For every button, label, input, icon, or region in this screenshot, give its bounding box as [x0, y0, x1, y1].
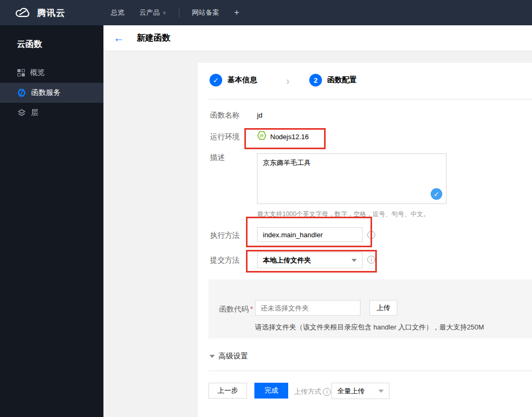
upload-mode-info-icon[interactable]: i	[323, 388, 331, 396]
chevron-down-icon: ∨	[163, 10, 166, 15]
function-code-label: 函数代码*	[219, 305, 253, 314]
description-textarea[interactable]: 京东薅羊毛工具 ✓	[257, 153, 446, 204]
sidebar: 云函数 概览 函数服务 层	[0, 25, 103, 417]
grid-icon	[17, 69, 25, 76]
screen: 腾讯云 总览 云产品 ∨ 网站备案 + 云函数 概览 函数服务	[0, 0, 532, 417]
function-code-label-text: 函数代码	[219, 305, 249, 313]
chevron-down-icon	[378, 390, 384, 393]
function-name-value: jd	[257, 111, 262, 119]
create-function-card: ✓ 基本信息 › 2 函数配置 函数名称 jd 运行环境 js Nodejs12…	[198, 63, 532, 417]
step2-number: 2	[309, 74, 322, 86]
step2-label: 函数配置	[327, 75, 357, 85]
upload-mode-select[interactable]: 全量上传	[331, 383, 390, 399]
function-name-label: 函数名称	[210, 111, 240, 120]
previous-step-button[interactable]: 上一步	[208, 383, 247, 399]
brand[interactable]: 腾讯云	[0, 6, 103, 19]
description-label: 描述	[210, 153, 225, 162]
sidebar-item-label: 层	[31, 108, 39, 118]
sidebar-title: 云函数	[0, 25, 103, 63]
page-header: ← 新建函数	[103, 25, 532, 51]
handler-label: 执行方法	[210, 231, 240, 240]
page-title: 新建函数	[137, 33, 170, 44]
step1-check-icon: ✓	[210, 74, 222, 86]
valid-check-icon: ✓	[431, 188, 442, 200]
sidebar-item-function-service[interactable]: 函数服务	[0, 83, 103, 103]
handler-input[interactable]	[257, 227, 363, 242]
advanced-settings-label: 高级设置	[218, 352, 248, 361]
sidebar-item-label: 函数服务	[31, 88, 61, 98]
submit-method-label: 提交方法	[210, 256, 240, 265]
submit-method-select[interactable]: 本地上传文件夹	[257, 252, 363, 268]
stepper-divider	[208, 99, 532, 100]
runtime-label: 运行环境	[210, 132, 240, 142]
stepper: ✓ 基本信息 › 2 函数配置	[210, 74, 357, 86]
description-text: 京东薅羊毛工具	[263, 159, 311, 167]
nav-item-products[interactable]: 云产品 ∨	[132, 8, 174, 17]
nav-divider	[179, 8, 179, 17]
sidebar-item-overview[interactable]: 概览	[0, 63, 103, 83]
description-hint: 最大支持1000个英文字母，数字，空格，逗号、句号、中文。	[257, 210, 430, 219]
sidebar-item-layers[interactable]: 层	[0, 103, 103, 123]
upload-mode-label-text: 上传方式	[294, 387, 321, 396]
brand-name: 腾讯云	[37, 7, 65, 19]
submit-method-info-icon[interactable]: i	[367, 256, 375, 264]
function-code-section: 函数代码* 上传 请选择文件夹（该文件夹根目录应包含 handler 入口文件）…	[208, 279, 532, 338]
back-button[interactable]: ←	[113, 33, 124, 43]
footer-divider	[208, 371, 532, 371]
nav-item-icp[interactable]: 网站备案	[185, 8, 227, 17]
folder-hint: 请选择文件夹（该文件夹根目录应包含 handler 入口文件），最大支持250M	[255, 323, 484, 332]
step1-label: 基本信息	[227, 75, 257, 85]
top-navbar: 腾讯云 总览 云产品 ∨ 网站备案 +	[0, 0, 532, 25]
finish-button[interactable]: 完成	[254, 383, 288, 399]
layers-icon	[17, 109, 26, 117]
nav-items: 总览 云产品 ∨ 网站备案 +	[103, 7, 247, 18]
triangle-down-icon	[210, 355, 215, 358]
add-tab-button[interactable]: +	[227, 7, 247, 18]
runtime-value: Nodejs12.16	[270, 133, 309, 141]
required-asterisk: *	[250, 305, 253, 313]
chevron-down-icon	[352, 259, 357, 262]
upload-mode-value: 全量上传	[337, 386, 365, 396]
upload-mode-label: 上传方式 i	[294, 387, 331, 396]
step-chevron-icon: ›	[287, 74, 289, 86]
tencent-cloud-logo-icon	[14, 6, 32, 19]
upload-button[interactable]: 上传	[369, 300, 397, 316]
nodejs-icon: js	[257, 131, 267, 140]
advanced-settings-toggle[interactable]: 高级设置	[210, 352, 248, 361]
sidebar-item-label: 概览	[30, 68, 45, 77]
handler-info-icon[interactable]: i	[367, 231, 375, 239]
nav-item-products-label: 云产品	[139, 8, 160, 17]
folder-input[interactable]	[255, 300, 360, 316]
function-hexagon-icon	[17, 89, 26, 97]
submit-method-value: 本地上传文件夹	[263, 256, 311, 265]
nav-item-overview[interactable]: 总览	[103, 8, 132, 17]
